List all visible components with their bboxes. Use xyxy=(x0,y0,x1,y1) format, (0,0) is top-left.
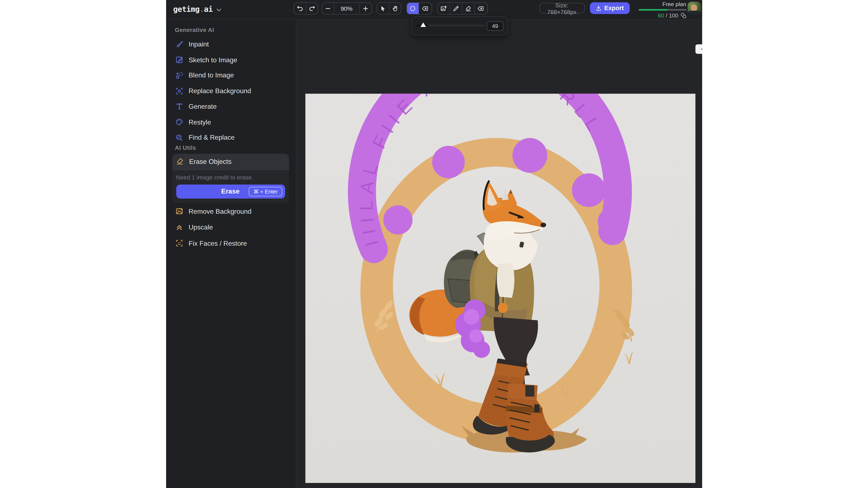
erase-credit-note: Need 1 image credit to erase. xyxy=(176,173,289,180)
logo-dot: . xyxy=(199,4,204,13)
sidebar-item-sketch-to-image[interactable]: Sketch to Image xyxy=(166,54,296,66)
fox-illustration: IIILAL FIIE AUKO IOORLL xyxy=(305,93,695,483)
sidebar-item-replace-background[interactable]: Replace Background xyxy=(166,85,296,97)
chevron-down-icon[interactable] xyxy=(215,6,222,12)
canvas-image[interactable]: IIILAL FIIE AUKO IOORLL xyxy=(305,93,695,483)
section-title-ai-utils: AI Utils xyxy=(175,144,196,151)
sidebar-item-fix-faces-restore[interactable]: Fix Faces / Restore xyxy=(166,237,296,250)
pointer-tools-group xyxy=(376,2,401,14)
text-icon xyxy=(175,102,183,110)
sidebar-item-restyle[interactable]: Restyle xyxy=(166,116,296,128)
sidebar-item-generate[interactable]: Generate xyxy=(166,100,296,112)
plan-summary: Free plan 60 / 100 xyxy=(619,1,686,18)
getimg-editor-window: getimg.ai 90% xyxy=(166,0,702,488)
sidebar-item-remove-background[interactable]: Remove Background xyxy=(166,205,296,218)
add-image-button[interactable] xyxy=(438,3,450,14)
hand-icon xyxy=(392,5,398,12)
section-title-generative-ai: Generative AI xyxy=(175,26,214,33)
clear-mask-button[interactable] xyxy=(475,3,487,14)
credits-progress-fill xyxy=(639,9,667,10)
undo-button[interactable] xyxy=(294,3,306,14)
zoom-out-button[interactable] xyxy=(322,3,334,14)
zoom-group: 90% xyxy=(321,2,372,14)
fox-nose xyxy=(540,222,546,227)
canvas-workspace: IIILAL FIIE AUKO IOORLL xyxy=(296,19,702,488)
paintbrush-icon xyxy=(175,40,183,48)
redo-icon xyxy=(308,5,315,12)
zoom-level: 90% xyxy=(334,3,359,14)
eraser-icon xyxy=(175,157,184,166)
canvas-size-button[interactable]: Size: 768×768px xyxy=(539,3,585,13)
user-avatar[interactable] xyxy=(688,2,701,15)
app-logo[interactable]: getimg.ai xyxy=(173,4,213,13)
sidebar-item-upscale[interactable]: Upscale xyxy=(166,221,296,233)
plus-icon xyxy=(362,5,369,12)
erase-objects-panel: Erase Objects Need 1 image credit to era… xyxy=(172,153,289,203)
blend-icon xyxy=(175,71,183,79)
history-group xyxy=(293,2,318,14)
avatar-shirt xyxy=(688,11,701,15)
sidebar-item-find-replace[interactable]: Find & Replace xyxy=(166,131,296,144)
sidebar-item-inpaint[interactable]: Inpaint xyxy=(166,38,296,51)
image-plus-icon xyxy=(440,5,447,12)
cursor-icon xyxy=(379,5,386,12)
backspace-icon xyxy=(477,5,484,12)
scan-focus-icon xyxy=(175,87,183,95)
mask-tools-group xyxy=(406,2,432,14)
edit-square-icon xyxy=(175,56,183,64)
eraser-icon xyxy=(465,5,471,12)
plan-label: Free plan xyxy=(619,1,686,7)
coins-icon xyxy=(680,12,686,18)
image-remove-icon xyxy=(175,207,183,216)
erase-button-label: Erase xyxy=(221,187,240,195)
credits-total: 100 xyxy=(669,12,678,18)
erase-tool-button[interactable] xyxy=(462,3,474,14)
redo-button[interactable] xyxy=(306,3,318,14)
zoom-in-button[interactable] xyxy=(360,3,371,14)
edit-tools-group xyxy=(437,2,488,14)
brush-size-slider[interactable] xyxy=(416,25,485,26)
pencil-icon xyxy=(452,5,459,12)
left-sidebar: Generative AI Inpaint Sketch to Image Bl… xyxy=(166,19,296,488)
credits-slash: / xyxy=(666,12,667,18)
avatar-face xyxy=(691,4,697,11)
logo-text: getimg xyxy=(173,4,199,13)
pan-tool-button[interactable] xyxy=(389,3,401,14)
draw-tool-button[interactable] xyxy=(450,3,462,14)
credits-used: 60 xyxy=(658,12,664,18)
selection-brush-tool-button[interactable] xyxy=(407,3,418,14)
double-chevron-up-icon xyxy=(175,223,183,231)
backspace-icon xyxy=(422,5,428,12)
erase-shortcut-badge: ⌘ + Enter xyxy=(249,187,282,196)
undo-icon xyxy=(296,5,303,12)
minus-icon xyxy=(324,5,331,12)
brush-size-value[interactable]: 49 xyxy=(487,21,503,31)
logo-suffix: ai xyxy=(204,4,213,13)
palette-icon xyxy=(175,118,183,126)
erase-button[interactable]: Erase ⌘ + Enter xyxy=(176,184,285,198)
sidebar-item-blend-to-image[interactable]: Blend to Image xyxy=(166,69,296,82)
sidebar-item-erase-objects[interactable]: Erase Objects xyxy=(172,153,289,169)
chevron-left-icon xyxy=(700,46,702,51)
dashed-circle-icon xyxy=(409,5,416,12)
credits-progress-bar xyxy=(639,9,686,10)
brush-size-slider-thumb[interactable] xyxy=(420,22,426,27)
credits-count: 60 / 100 xyxy=(619,12,686,18)
page: getimg.ai 90% xyxy=(0,0,868,488)
open-right-panel-button[interactable] xyxy=(695,44,702,54)
select-tool-button[interactable] xyxy=(377,3,389,14)
face-scan-icon xyxy=(175,239,183,247)
brush-size-popup: 49 xyxy=(411,16,508,35)
download-icon xyxy=(595,5,601,11)
remove-selection-button[interactable] xyxy=(419,3,431,14)
search-replace-icon xyxy=(175,133,183,141)
